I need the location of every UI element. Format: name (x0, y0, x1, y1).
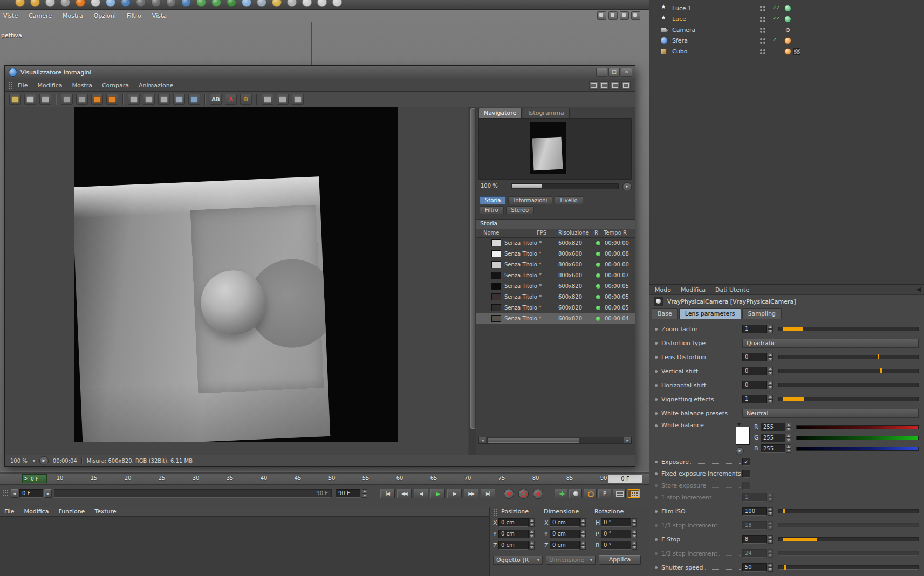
spinner-down-icon[interactable] (768, 553, 773, 558)
channel-spinner[interactable] (786, 423, 791, 431)
tab-storia[interactable]: Storia (480, 196, 506, 204)
float-panel-icon[interactable] (621, 81, 631, 90)
goto-start-icon[interactable]: |◀ (380, 489, 395, 498)
picture-viewer-menu-mostra[interactable]: Mostra (72, 82, 92, 89)
timeline-ruler[interactable]: 0 F 0 F 51015202530354045505560657075808… (0, 474, 649, 485)
coord-spinner[interactable] (529, 541, 535, 550)
spinner-up-icon[interactable] (768, 549, 773, 553)
attribute-menu-modo[interactable]: Modo (655, 286, 671, 293)
rotate-tool-icon[interactable] (91, 0, 100, 7)
spinner-down-icon[interactable] (580, 523, 586, 527)
redo-icon[interactable] (30, 0, 40, 7)
param-value-field[interactable]: 1 (742, 325, 767, 333)
image-canvas[interactable] (5, 107, 468, 455)
autokey-region-icon[interactable] (627, 489, 640, 498)
tab-informazioni[interactable]: Informazioni (508, 196, 552, 204)
color-picker-button[interactable]: ▸ (736, 447, 744, 455)
channel-value-field[interactable]: 255 (761, 423, 785, 431)
play-icon[interactable]: ▶ (430, 489, 445, 498)
coord-input[interactable]: 0 cm (550, 541, 580, 550)
next-frame-icon[interactable]: ▶ (447, 489, 462, 498)
link-views-icon[interactable] (262, 94, 273, 105)
param-value-field[interactable]: 0 (742, 353, 767, 361)
param-spinner[interactable] (768, 535, 773, 544)
autokeying-icon[interactable] (518, 489, 529, 499)
spinner-up-icon[interactable] (768, 535, 773, 539)
spinner-down-icon[interactable] (580, 545, 586, 550)
tab-stereo[interactable]: Stereo (506, 206, 535, 214)
move-tool-icon[interactable] (60, 0, 70, 7)
enabled-check-icon[interactable]: ✓✓ (772, 15, 779, 21)
coord-spinner[interactable] (580, 518, 586, 527)
spinner-down-icon[interactable] (786, 427, 791, 431)
coord-spinner[interactable] (529, 518, 535, 527)
texture-tag-icon[interactable] (793, 48, 800, 55)
spinner-down-icon[interactable] (632, 534, 637, 538)
current-frame-field[interactable]: 0 F (19, 489, 43, 498)
axis-lock-y-icon[interactable] (317, 0, 327, 7)
split-vertical-icon[interactable] (611, 81, 620, 90)
viewport-menu-mostra[interactable]: Mostra (63, 12, 83, 19)
spinner-up-icon[interactable] (632, 541, 637, 545)
spinner-up-icon[interactable] (529, 541, 535, 545)
scroll-left-icon[interactable]: ◂ (479, 437, 486, 443)
channel-spinner[interactable] (786, 434, 791, 442)
scrollbar-thumb[interactable] (470, 108, 475, 429)
key-rotation-icon[interactable] (584, 489, 597, 498)
spinner-up-icon[interactable] (768, 563, 773, 567)
spinner-down-icon[interactable] (580, 534, 586, 538)
spinner-up-icon[interactable] (632, 530, 637, 534)
coord-spinner[interactable] (632, 541, 637, 550)
param-value-field[interactable]: 1 (742, 493, 767, 502)
param-slider[interactable] (778, 355, 919, 359)
picture-viewer-menu-modifica[interactable]: Modifica (37, 82, 62, 89)
attribute-menu-modifica[interactable]: Modifica (681, 286, 706, 293)
slider-handle[interactable] (783, 509, 785, 513)
spinner-down-icon[interactable] (529, 534, 535, 538)
live-selection-icon[interactable] (45, 0, 55, 7)
channel-gradient-slider[interactable] (796, 447, 919, 451)
ram-play-button[interactable]: ▶ (39, 456, 49, 465)
zoom-view-icon[interactable] (608, 11, 618, 20)
viewport-menu-camere[interactable]: Camere (29, 12, 52, 19)
scroll-right-icon[interactable]: ▸ (624, 437, 631, 443)
add-deformer-icon[interactable] (227, 0, 236, 7)
coord-input[interactable]: 0 cm (498, 530, 529, 538)
window-titlebar[interactable]: Visualizzatore Immagini —□× (5, 66, 635, 79)
menubar-grip-icon[interactable] (8, 81, 13, 89)
spinner-up-icon[interactable] (768, 325, 773, 329)
spinner-down-icon[interactable] (768, 511, 773, 516)
channel-gradient-slider[interactable] (796, 436, 919, 440)
minimize-button[interactable]: — (596, 68, 607, 77)
spinner-down-icon[interactable] (768, 329, 773, 333)
coord-input[interactable]: 0 ° (601, 518, 631, 527)
object-item-luce-1[interactable]: Luce.1✓✓ (649, 3, 924, 13)
compare-swap-icon[interactable] (106, 94, 118, 105)
material-menu-funzione[interactable]: Funzione (58, 508, 85, 515)
spinner-up-icon[interactable] (768, 395, 773, 399)
attribute-menu-dati-utente[interactable]: Dati Utente (715, 286, 749, 293)
history-row[interactable]: Senza Titolo *600x82000:00:05 (476, 303, 635, 313)
spinner-up-icon[interactable] (632, 518, 637, 523)
snap-settings-icon[interactable] (287, 0, 297, 7)
history-column-risoluzione[interactable]: Risoluzione (558, 230, 589, 236)
maximize-button[interactable]: □ (608, 68, 620, 77)
record-options-icon[interactable] (533, 489, 543, 499)
goto-end-icon[interactable]: ▶| (481, 489, 495, 498)
zoom-slider[interactable] (511, 183, 619, 189)
picture-viewer-menu-animazione[interactable]: Animazione (139, 82, 173, 89)
close-button[interactable]: × (621, 68, 632, 77)
pan-view-icon[interactable] (597, 11, 606, 20)
split-ab-icon[interactable] (173, 94, 185, 105)
expander-icon[interactable] (737, 423, 741, 426)
spinner-up-icon[interactable] (580, 518, 586, 523)
history-column-r[interactable]: R (594, 230, 598, 236)
picture-viewer-menu-compara[interactable]: Compara (102, 82, 129, 89)
material-menu-file[interactable]: File (4, 508, 14, 515)
coord-spinner[interactable] (580, 530, 586, 538)
spinner-down-icon[interactable] (768, 497, 773, 502)
panel-grip-icon[interactable] (493, 508, 498, 516)
slider-handle[interactable] (784, 565, 786, 570)
spinner-down-icon[interactable] (768, 399, 773, 403)
spinner-up-icon[interactable] (768, 381, 773, 385)
